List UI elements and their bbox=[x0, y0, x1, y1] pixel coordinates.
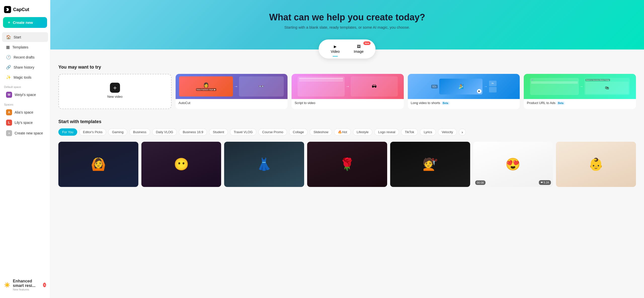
try-card-script[interactable]: → 🕶 Script to video bbox=[292, 74, 404, 109]
template-card-5[interactable]: 💇 bbox=[390, 142, 470, 187]
space-avatar-alia: A bbox=[6, 109, 12, 115]
app-logo: CapCut bbox=[0, 4, 50, 17]
space-avatar-lily: L bbox=[6, 120, 12, 126]
nav-label-share-history: Share history bbox=[14, 65, 34, 69]
template-card-1[interactable]: 🙆 bbox=[58, 142, 138, 187]
sidebar-item-start[interactable]: 🏠 Start bbox=[2, 32, 48, 42]
hero-title: What can we help you create today? bbox=[60, 12, 634, 23]
filter-chip-velocity[interactable]: Velocity bbox=[438, 128, 457, 136]
template-card-2[interactable]: 😶 bbox=[141, 142, 221, 187]
default-space-avatar: W bbox=[6, 92, 12, 98]
content-type-toggle: ▶ Video New 🖼 Image bbox=[319, 39, 376, 59]
nav-label-templates: Templates bbox=[12, 45, 28, 49]
space-label-alia: Alia's space bbox=[15, 110, 33, 114]
toggle-image[interactable]: New 🖼 Image bbox=[348, 42, 370, 56]
create-new-button[interactable]: ＋ Create new bbox=[3, 17, 47, 28]
filter-chip-lifestyle[interactable]: Lifestyle bbox=[353, 128, 373, 136]
try-card-url-ads[interactable]: 🔗 → Back to Success Black Friday 🛍 Produ… bbox=[524, 74, 636, 109]
filter-chip-for-you[interactable]: For You bbox=[58, 128, 77, 136]
enhance-sub: New features bbox=[13, 288, 41, 291]
create-space-item[interactable]: ＋ Create new space bbox=[2, 128, 48, 138]
nav-icon-recent-drafts: 🕐 bbox=[6, 55, 11, 60]
filter-chip-business[interactable]: Business bbox=[129, 128, 150, 136]
enhance-icon: ☀️ bbox=[4, 282, 10, 288]
enhance-banner[interactable]: ☀️ Enhanced smart resi... New features 5 bbox=[0, 276, 50, 294]
template-grid: 🙆 😶 👗 🌹 💇 😍 00:08 ❤ 5.1K 👶 bbox=[58, 142, 636, 187]
space-item-alia[interactable]: A Alia's space bbox=[2, 107, 48, 117]
sidebar-item-templates[interactable]: ▦ Templates bbox=[2, 42, 48, 52]
nav-icon-share-history: 🔗 bbox=[6, 65, 11, 70]
template-card-6[interactable]: 😍 00:08 ❤ 5.1K bbox=[473, 142, 553, 187]
image-new-badge: New bbox=[364, 41, 371, 45]
nav-label-magic-tools: Magic tools bbox=[14, 75, 31, 79]
filter-chip-gaming[interactable]: Gaming bbox=[108, 128, 127, 136]
try-cards: ＋ New video 👩 New Fashion Style ▶ → 👓 bbox=[58, 74, 636, 109]
create-new-label: Create new bbox=[13, 20, 33, 25]
autocut-label: AutoCut bbox=[176, 99, 288, 107]
image-icon: 🖼 bbox=[357, 44, 360, 48]
try-section-title: You may want to try bbox=[58, 65, 636, 70]
space-item-lily[interactable]: L Lily's space bbox=[2, 118, 48, 128]
template-card-3[interactable]: 👗 bbox=[224, 142, 304, 187]
create-space-label: Create new space bbox=[15, 131, 43, 135]
app-name: CapCut bbox=[13, 7, 29, 12]
script-label: Script to video bbox=[292, 99, 404, 107]
template-card-4[interactable]: 🌹 bbox=[307, 142, 387, 187]
filter-chip-slideshow[interactable]: Slideshow bbox=[310, 128, 332, 136]
filter-chip-daily-vlog[interactable]: Daily VLOG bbox=[152, 128, 177, 136]
new-video-label: New video bbox=[104, 93, 126, 101]
nav-icon-magic-tools: ✨ bbox=[6, 75, 11, 80]
default-space-label: Default space bbox=[0, 82, 50, 89]
try-card-new-video[interactable]: ＋ New video bbox=[58, 74, 172, 109]
filter-chip-logo-reveal[interactable]: Logo reveal bbox=[374, 128, 399, 136]
create-new-plus-icon: ＋ bbox=[7, 20, 11, 25]
hero-banner: What can we help you create today? Start… bbox=[50, 0, 644, 49]
svg-rect-1 bbox=[8, 8, 8, 11]
sidebar-item-recent-drafts[interactable]: 🕐 Recent drafts bbox=[2, 52, 48, 62]
nav-icon-start: 🏠 bbox=[6, 35, 11, 39]
nav-label-start: Start bbox=[14, 35, 21, 39]
space-label-lily: Lily's space bbox=[15, 121, 33, 125]
url-ads-badge: Beta bbox=[556, 101, 565, 105]
filter-chip-course-promo[interactable]: Course Promo bbox=[258, 128, 287, 136]
main-content: 🎁📋🔔1❓ What can we help you create today?… bbox=[50, 0, 644, 298]
nav-list: 🏠 Start▦ Templates🕐 Recent drafts🔗 Share… bbox=[0, 32, 50, 82]
filter-chip-collage[interactable]: Collage bbox=[289, 128, 308, 136]
hero-subtitle: Starting with a blank slate, ready templ… bbox=[60, 25, 634, 29]
nav-icon-templates: ▦ bbox=[6, 45, 10, 49]
url-ads-label: Product URL to AdsBeta bbox=[524, 99, 636, 107]
filter-chip-tiktok[interactable]: TikTok bbox=[401, 128, 418, 136]
nav-label-recent-drafts: Recent drafts bbox=[14, 55, 34, 59]
sidebar-item-magic-tools[interactable]: ✨ Magic tools bbox=[2, 72, 48, 82]
capcut-logo-icon bbox=[4, 6, 11, 13]
image-label: Image bbox=[354, 49, 364, 54]
default-space-name: Weiyi's space bbox=[15, 93, 36, 97]
enhance-title: Enhanced smart resi... bbox=[13, 279, 41, 288]
filter-chip-lyrics[interactable]: Lyrics bbox=[420, 128, 436, 136]
filter-chip-travel-vlog[interactable]: Travel VLOG bbox=[230, 128, 256, 136]
create-space-icon: ＋ bbox=[6, 130, 12, 136]
try-card-autocut[interactable]: 👩 New Fashion Style ▶ → 👓 AutoCut bbox=[176, 74, 288, 109]
template-card-7[interactable]: 👶 bbox=[556, 142, 636, 187]
video-label: Video bbox=[331, 49, 340, 54]
template-filter-bar: For YouEditor's PicksGamingBusinessDaily… bbox=[58, 128, 636, 137]
spaces-label: Spaces bbox=[0, 100, 50, 107]
toggle-video[interactable]: ▶ Video bbox=[325, 42, 346, 56]
content-area: You may want to try ＋ New video 👩 New Fa… bbox=[50, 49, 644, 195]
templates-section-title: Start with templates bbox=[58, 119, 636, 124]
new-video-plus-icon: ＋ bbox=[110, 83, 120, 93]
filter-chip-student[interactable]: Student bbox=[209, 128, 228, 136]
long-shorts-label: Long video to shortsBeta bbox=[408, 99, 520, 107]
filter-chip-editors-picks[interactable]: Editor's Picks bbox=[79, 128, 106, 136]
video-icon: ▶ bbox=[334, 44, 337, 48]
sidebar-item-share-history[interactable]: 🔗 Share history bbox=[2, 62, 48, 72]
default-space-item[interactable]: W Weiyi's space bbox=[2, 90, 48, 100]
spaces-list: A Alia's spaceL Lily's space bbox=[0, 107, 50, 128]
filter-scroll-right[interactable]: › bbox=[459, 129, 466, 136]
filter-chip-hot[interactable]: 🔥Hot bbox=[334, 128, 351, 136]
try-card-long-shorts[interactable]: 92s 🏄 ▶ → 8s Long video to shortsBeta bbox=[408, 74, 520, 109]
filter-chip-business-169[interactable]: Business 16:9 bbox=[179, 128, 207, 136]
long-shorts-badge: Beta bbox=[441, 101, 450, 105]
enhance-badge: 5 bbox=[43, 283, 46, 287]
sidebar: CapCut ＋ Create new 🏠 Start▦ Templates🕐 … bbox=[0, 0, 50, 298]
